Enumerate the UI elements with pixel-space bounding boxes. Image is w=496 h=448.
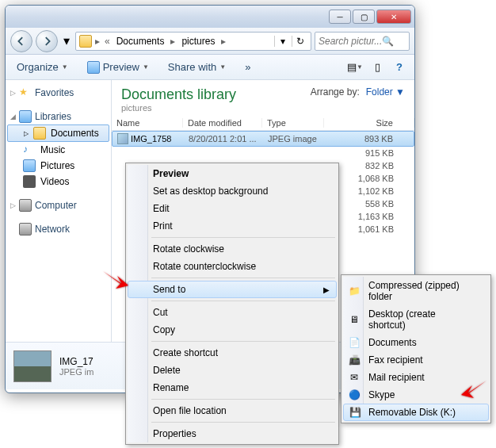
- ctx-item-copy[interactable]: Copy: [128, 321, 337, 339]
- help-button[interactable]: ?: [391, 59, 408, 76]
- sidebar-item-videos[interactable]: Videos: [6, 174, 111, 190]
- refresh-icon[interactable]: ↻: [292, 36, 307, 47]
- docs-icon: 📄: [348, 336, 361, 349]
- thumbnail: [13, 350, 52, 382]
- send-to-submenu: 📁Compressed (zipped) folder🖥Desktop (cre…: [341, 274, 491, 423]
- search-box[interactable]: 🔍: [315, 32, 410, 51]
- ctx-item-set-as-desktop-background[interactable]: Set as desktop background: [128, 182, 337, 200]
- sendto-item-compressed-zipped-folder[interactable]: 📁Compressed (zipped) folder: [343, 277, 489, 305]
- ctx-item-delete[interactable]: Delete: [128, 362, 337, 379]
- chevron-down-icon: ▼: [219, 63, 226, 71]
- ctx-item-edit[interactable]: Edit: [128, 200, 337, 217]
- ctx-item-preview[interactable]: Preview: [128, 165, 337, 182]
- col-date[interactable]: Date modified: [183, 118, 262, 128]
- ctx-item-send-to[interactable]: Send to▶: [128, 281, 337, 298]
- bc-arrow-icon[interactable]: ▸: [169, 36, 177, 47]
- network-icon: [19, 223, 32, 235]
- folder-icon: [79, 35, 92, 48]
- sidebar-item-music[interactable]: ♪Music: [6, 142, 111, 158]
- sidebar-network[interactable]: ▷Network: [6, 221, 111, 237]
- ctx-item-properties[interactable]: Properties: [128, 425, 337, 442]
- ctx-item-rotate-counterclockwise[interactable]: Rotate counterclockwise: [128, 258, 337, 275]
- drive-icon: 💾: [349, 406, 361, 419]
- organize-button[interactable]: Organize ▼: [12, 59, 73, 75]
- navigation-bar: ▾ ▸ « Documents ▸ pictures ▸ ▾ ↻ 🔍: [6, 28, 414, 55]
- file-row[interactable]: 915 KB: [112, 147, 414, 159]
- history-dropdown-icon[interactable]: ▾: [61, 33, 72, 49]
- videos-icon: [23, 175, 36, 188]
- mail-icon: ✉: [348, 371, 361, 384]
- preview-button[interactable]: Preview ▼: [82, 59, 154, 76]
- bc-arrow-icon[interactable]: ▸: [93, 36, 101, 47]
- col-type[interactable]: Type: [262, 118, 324, 128]
- bc-arrow-icon[interactable]: ▸: [219, 36, 227, 47]
- ctx-item-print[interactable]: Print: [128, 217, 337, 235]
- detail-filename: IMG_17: [59, 356, 93, 367]
- close-button[interactable]: ✕: [376, 10, 411, 24]
- view-button[interactable]: ▤▼: [346, 59, 364, 76]
- arrange-value[interactable]: Folder ▼: [366, 86, 405, 98]
- pictures-icon: [23, 159, 36, 172]
- titlebar: ─ ▢ ✕: [6, 6, 414, 28]
- image-file-icon: [117, 133, 128, 144]
- preview-icon: [87, 61, 100, 74]
- submenu-arrow-icon: ▶: [323, 285, 330, 294]
- sidebar-favorites[interactable]: ▷★Favorites: [6, 85, 111, 101]
- sendto-item-desktop-create-shortcut-[interactable]: 🖥Desktop (create shortcut): [343, 305, 489, 334]
- zip-icon: 📁: [348, 285, 361, 297]
- maximize-button[interactable]: ▢: [353, 10, 375, 24]
- col-name[interactable]: Name: [112, 118, 183, 128]
- bc-pictures[interactable]: pictures: [178, 36, 218, 47]
- toolbar: Organize ▼ Preview ▼ Share with ▼ » ▤▼ ▯…: [6, 55, 414, 80]
- sidebar-computer[interactable]: ▷Computer: [6, 197, 111, 213]
- library-icon: [19, 110, 32, 123]
- sidebar-libraries[interactable]: ◢Libraries: [6, 109, 111, 124]
- star-icon: ★: [19, 86, 32, 99]
- sidebar-item-documents[interactable]: ▷Documents: [7, 124, 109, 142]
- sendto-item-mail-recipient[interactable]: ✉Mail recipient: [343, 369, 489, 386]
- computer-icon: [19, 199, 32, 212]
- bc-dropdown-icon[interactable]: ▾: [274, 36, 290, 47]
- library-subtitle: pictures: [121, 103, 236, 113]
- skype-icon: 🔵: [348, 389, 361, 401]
- sendto-item-removable-disk-k-[interactable]: 💾Removable Disk (K:): [343, 404, 489, 421]
- ctx-item-rename[interactable]: Rename: [128, 379, 337, 396]
- column-headers: Name Date modified Type Size: [112, 116, 414, 131]
- col-size[interactable]: Size: [324, 118, 414, 128]
- library-title: Documents library: [121, 86, 236, 103]
- ctx-item-open-file-location[interactable]: Open file location: [128, 402, 337, 419]
- sidebar-item-pictures[interactable]: Pictures: [6, 158, 111, 174]
- bc-arrow-icon[interactable]: «: [103, 36, 112, 47]
- forward-button[interactable]: [36, 30, 58, 52]
- chevron-down-icon: ▼: [143, 63, 149, 71]
- music-icon: ♪: [23, 144, 36, 156]
- desktop-icon: 🖥: [348, 313, 361, 326]
- preview-pane-button[interactable]: ▯: [368, 59, 386, 76]
- file-row[interactable]: IMG_1758 8/20/2011 2:01 ... JPEG image 8…: [112, 131, 414, 147]
- sidebar: ▷★Favorites ◢Libraries ▷Documents ♪Music…: [6, 80, 112, 342]
- ctx-item-rotate-clockwise[interactable]: Rotate clockwise: [128, 240, 337, 258]
- sendto-item-skype[interactable]: 🔵Skype: [343, 386, 489, 404]
- sendto-item-fax-recipient[interactable]: 📠Fax recipient: [343, 351, 489, 369]
- breadcrumb[interactable]: ▸ « Documents ▸ pictures ▸ ▾ ↻: [75, 32, 311, 51]
- ctx-item-create-shortcut[interactable]: Create shortcut: [128, 344, 337, 362]
- search-icon: 🔍: [382, 36, 394, 47]
- folder-icon: [33, 127, 46, 140]
- back-button[interactable]: [10, 30, 32, 52]
- fax-icon: 📠: [348, 354, 361, 366]
- share-button[interactable]: Share with ▼: [163, 59, 231, 75]
- ctx-item-cut[interactable]: Cut: [128, 304, 337, 321]
- more-button[interactable]: »: [240, 59, 255, 75]
- arrange-label: Arrange by:: [311, 86, 360, 98]
- minimize-button[interactable]: ─: [329, 10, 351, 24]
- bc-documents[interactable]: Documents: [113, 36, 168, 47]
- sendto-item-documents[interactable]: 📄Documents: [343, 334, 489, 351]
- chevron-down-icon: ▼: [62, 63, 68, 71]
- context-menu: PreviewSet as desktop backgroundEditPrin…: [125, 163, 339, 445]
- search-input[interactable]: [319, 36, 382, 47]
- detail-filetype: JPEG im: [59, 367, 93, 377]
